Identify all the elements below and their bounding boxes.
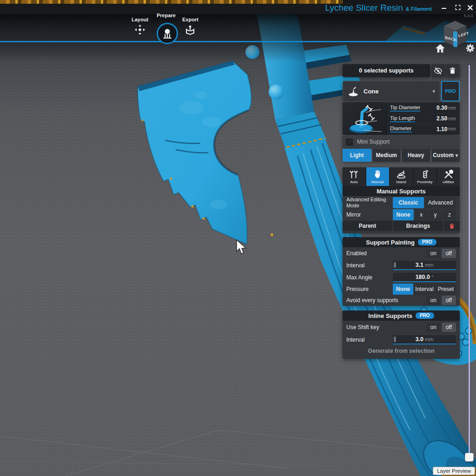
mirror-y-button[interactable]: y <box>429 209 442 220</box>
chevron-down-icon: ▾ <box>432 88 435 94</box>
prepare-supports-icon <box>161 27 173 40</box>
mirror-none-button[interactable]: None <box>393 209 414 220</box>
drag-handle[interactable] <box>394 262 396 268</box>
tab-layout[interactable]: Layout <box>132 17 148 35</box>
painting-off-button[interactable]: off <box>442 249 456 258</box>
close-button[interactable] <box>465 3 475 12</box>
max-angle-label: Max Angle <box>346 274 393 281</box>
tip-length-field[interactable]: Tip Length 2.50 mm <box>387 114 459 124</box>
app-subtitle: & Filament <box>406 6 432 12</box>
editing-mode-classic-button[interactable]: Classic <box>393 197 424 208</box>
tip-diameter-label: Tip Diameter <box>390 105 420 112</box>
painting-interval-value: 3.1 <box>416 262 423 268</box>
app-title: Lychee Slicer Resin <box>325 3 403 13</box>
weight-medium-button[interactable]: Medium <box>372 149 401 162</box>
inline-supports-header: Inline Supports <box>368 312 412 319</box>
mini-support-checkbox[interactable] <box>346 139 353 145</box>
diameter-field[interactable]: Diameter 1.10 mm <box>387 124 459 134</box>
weight-heavy-button[interactable]: Heavy <box>402 149 430 162</box>
pressure-none-button[interactable]: None <box>393 284 413 295</box>
support-type-value: Cone <box>364 88 379 95</box>
minimize-button[interactable] <box>439 3 449 12</box>
tab-prepare-circle[interactable] <box>157 23 178 44</box>
lychee-slicer-window: Lychee Slicer Resin & Filament 5.4.0 Lay… <box>0 0 476 476</box>
advanced-editing-mode-label: Advanced Editing Mode <box>346 197 393 208</box>
chevron-down-icon: ▾ <box>456 152 458 159</box>
weight-custom-label: Custom <box>433 152 454 159</box>
handle-stud <box>269 85 284 99</box>
diameter-value: 1.10 <box>436 126 447 132</box>
mirror-z-button[interactable]: z <box>443 209 456 220</box>
auto-supports-icon <box>349 169 359 179</box>
hide-supports-button[interactable] <box>431 64 444 77</box>
max-angle-input[interactable]: 180.0 ° <box>393 273 456 282</box>
proximity-icon <box>420 169 430 179</box>
parent-button[interactable]: Parent <box>343 221 392 231</box>
mirror-label: Mirror <box>346 212 393 218</box>
max-angle-unit: ° <box>431 274 433 280</box>
diameter-label: Diameter <box>390 126 412 132</box>
utilities-wrench-icon <box>443 169 454 179</box>
delete-bracings-button[interactable] <box>444 221 460 231</box>
view-cube[interactable]: BACK LEFT <box>442 19 469 51</box>
support-painting-header: Support Painting <box>366 239 415 246</box>
inline-supports-pro-badge: PRO <box>416 312 434 319</box>
layout-move-icon <box>134 24 145 35</box>
mini-support-label: Mini Support <box>357 139 390 145</box>
tool-auto[interactable]: Auto <box>343 167 365 186</box>
tool-island[interactable]: Island <box>390 167 413 186</box>
tab-export[interactable]: Export <box>182 17 198 35</box>
minimize-icon <box>441 5 447 10</box>
inline-interval-value: 3.0 <box>416 336 423 343</box>
drag-handle[interactable] <box>394 337 396 342</box>
weight-custom-dropdown[interactable]: Custom ▾ <box>431 149 460 162</box>
home-view-button[interactable] <box>435 44 445 55</box>
painting-interval-unit: mm <box>425 262 433 268</box>
tool-proximity[interactable]: Proximity <box>413 167 436 186</box>
layer-slider-track[interactable] <box>469 65 470 458</box>
tab-prepare[interactable]: Prepare <box>157 13 176 18</box>
pressure-interval-button[interactable]: Interval <box>414 284 435 295</box>
avoid-on-button[interactable]: on <box>426 296 441 305</box>
shift-off-button[interactable]: off <box>442 323 456 332</box>
avoid-supports-label: Avoid every supports <box>346 297 398 304</box>
axe-blade <box>138 61 273 245</box>
editing-mode-advanced-button[interactable]: Advanced <box>425 197 456 208</box>
tool-manual-label: Manual <box>371 180 383 184</box>
mirror-x-button[interactable]: x <box>415 209 428 220</box>
support-type-pro-button[interactable]: PRO <box>441 81 460 101</box>
tool-island-label: Island <box>396 180 406 184</box>
maximize-button[interactable] <box>453 3 463 12</box>
shift-on-button[interactable]: on <box>426 323 441 332</box>
island-supports-icon <box>396 169 406 179</box>
pressure-preset-button[interactable]: Preset <box>436 284 456 295</box>
settings-button[interactable] <box>465 43 475 55</box>
inline-interval-input[interactable]: 3.0 mm <box>393 335 456 344</box>
tip-diameter-value: 0.30 <box>436 105 447 111</box>
use-shift-key-label: Use Shift key <box>346 324 379 331</box>
layer-slider-handle[interactable] <box>465 453 474 462</box>
weight-light-button[interactable]: Light <box>343 149 371 162</box>
tip-diameter-field[interactable]: Tip Diameter 0.30 mm <box>387 103 459 113</box>
home-icon <box>435 44 445 53</box>
tip-diameter-unit: mm <box>448 106 456 111</box>
inline-interval-unit: mm <box>425 337 433 342</box>
layer-preview-button[interactable]: Layer Preview <box>433 467 475 475</box>
painting-interval-input[interactable]: 3.1 mm <box>393 261 456 270</box>
close-icon <box>467 5 473 11</box>
avoid-off-button[interactable]: off <box>442 296 456 305</box>
bracings-button[interactable]: Bracings <box>393 221 443 231</box>
inline-interval-label: Interval <box>346 337 393 343</box>
support-type-dropdown[interactable]: Cone ▾ <box>343 81 440 101</box>
red-trash-icon <box>449 223 455 230</box>
manual-supports-header: Manual Supports <box>343 186 460 196</box>
maximize-icon <box>455 4 461 11</box>
support-painting-pro-badge: PRO <box>418 239 436 245</box>
tool-manual[interactable]: Manual <box>366 167 389 186</box>
tool-utilities-label: utilities <box>443 180 454 184</box>
generate-from-selection-button[interactable]: Generate from selection <box>343 346 460 356</box>
painting-on-button[interactable]: on <box>426 249 441 258</box>
selected-supports-counter: 0 selected supports <box>343 64 430 77</box>
tool-utilities[interactable]: utilities <box>437 167 460 186</box>
delete-supports-button[interactable] <box>445 64 460 77</box>
